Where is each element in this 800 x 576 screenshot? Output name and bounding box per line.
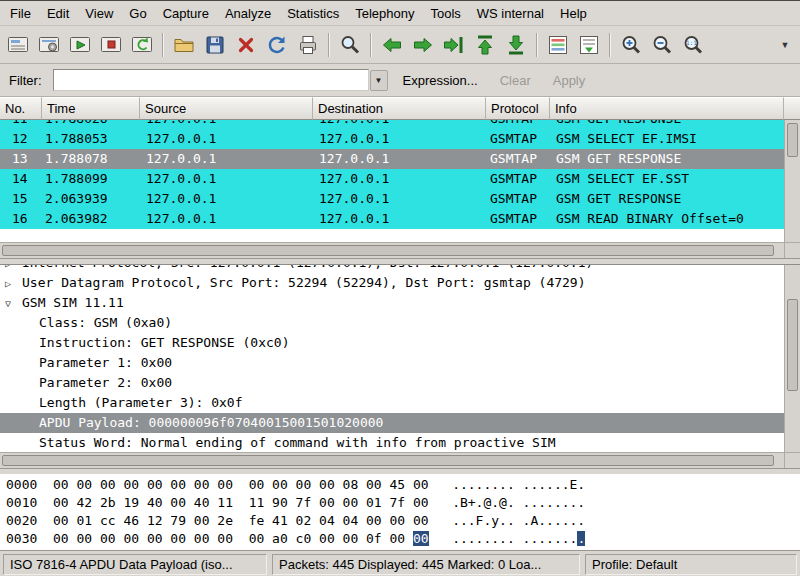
hex-row-0020[interactable]: 0020 00 01 cc 46 12 79 00 2e fe 41 02 04… (6, 512, 794, 530)
details-vscroll-thumb[interactable] (787, 299, 798, 391)
menu-ws-internal[interactable]: WS internal (469, 2, 552, 25)
zoom-out-button[interactable] (647, 30, 677, 60)
go-forward-button[interactable] (408, 30, 438, 60)
cell-destination: 127.0.0.1 (313, 209, 486, 229)
collapsed-expander-icon[interactable]: ▷ (5, 274, 22, 294)
menu-statistics[interactable]: Statistics (279, 2, 347, 25)
hex-ascii: ........ ....... (429, 531, 578, 546)
apply-button[interactable]: Apply (546, 70, 593, 91)
go-to-bottom-button[interactable] (501, 30, 531, 60)
zoom-100-button[interactable]: 1:1 (678, 30, 708, 60)
save-file-icon (203, 33, 227, 57)
find-packet-button[interactable] (335, 30, 365, 60)
packet-row-13-selected[interactable]: 131.788078127.0.0.1127.0.0.1GSMTAPGSM GE… (0, 149, 784, 169)
toolbar-overflow-icon: ▼ (781, 40, 790, 50)
detail-line-apdu-payload-selected[interactable]: APDU Payload: 000000096f0704001500150102… (0, 413, 784, 433)
save-file-button[interactable] (200, 30, 230, 60)
go-to-top-button[interactable] (470, 30, 500, 60)
filter-label-button[interactable]: Filter: (6, 71, 45, 90)
column-header-destination[interactable]: Destination (313, 97, 486, 120)
packet-list-hscrollbar[interactable] (0, 242, 784, 258)
packet-list-vscroll-thumb[interactable] (787, 123, 798, 157)
detail-line-status-word[interactable]: Status Word: Normal ending of command wi… (0, 433, 784, 452)
menu-capture[interactable]: Capture (155, 2, 217, 25)
cell-protocol: GSMTAP (486, 129, 550, 149)
auto-scroll-icon (577, 33, 601, 57)
hex-row-0010[interactable]: 0010 00 42 2b 19 40 00 40 11 11 90 7f 00… (6, 494, 794, 512)
list-interfaces-button[interactable] (3, 30, 33, 60)
details-vscrollbar[interactable] (784, 265, 800, 452)
menu-view[interactable]: View (77, 2, 121, 25)
detail-line-length[interactable]: Length (Parameter 3): 0x0f (0, 393, 784, 413)
capture-options-button[interactable] (34, 30, 64, 60)
wireshark-window: File Edit View Go Capture Analyze Statis… (0, 0, 800, 576)
column-header-source[interactable]: Source (140, 97, 313, 120)
reload-button[interactable] (262, 30, 292, 60)
detail-text: GSM SIM 11.11 (22, 295, 124, 310)
detail-line-gsm-sim[interactable]: ▽GSM SIM 11.11 (0, 293, 784, 313)
menu-go[interactable]: Go (121, 2, 154, 25)
column-header-protocol[interactable]: Protocol (486, 97, 550, 120)
hex-row-0000[interactable]: 0000 00 00 00 00 00 00 00 00 00 00 00 00… (6, 476, 794, 494)
open-file-button[interactable] (169, 30, 199, 60)
hex-offset: 0020 (6, 513, 37, 528)
packet-row-12[interactable]: 121.788053127.0.0.1127.0.0.1GSMTAPGSM SE… (0, 129, 784, 149)
menu-analyze[interactable]: Analyze (217, 2, 279, 25)
cell-source: 127.0.0.1 (140, 149, 313, 169)
clear-button[interactable]: Clear (493, 70, 538, 91)
filter-dropdown-icon[interactable]: ▼ (370, 70, 388, 91)
capture-stop-button[interactable] (96, 30, 126, 60)
expanded-expander-icon[interactable]: ▽ (5, 294, 22, 314)
detail-line-ip[interactable]: ▷Internet Protocol, Src: 127.0.0.1 (127.… (0, 265, 784, 273)
go-back-button[interactable] (377, 30, 407, 60)
cell-info: GSM GET RESPONSE (550, 189, 784, 209)
packet-row-14[interactable]: 141.788099127.0.0.1127.0.0.1GSMTAPGSM SE… (0, 169, 784, 189)
detail-line-class[interactable]: Class: GSM (0xa0) (0, 313, 784, 333)
menu-tools[interactable]: Tools (422, 2, 468, 25)
menu-help[interactable]: Help (552, 2, 595, 25)
detail-line-udp[interactable]: ▷User Datagram Protocol, Src Port: 52294… (0, 273, 784, 293)
packet-bytes-pane: 0000 00 00 00 00 00 00 00 00 00 00 00 00… (0, 474, 800, 551)
close-file-button[interactable] (231, 30, 261, 60)
packet-row-11[interactable]: 111.788026127.0.0.1127.0.0.1GSMTAPGSM GE… (0, 120, 784, 129)
auto-scroll-button[interactable] (574, 30, 604, 60)
status-packet-counts: Packets: 445 Displayed: 445 Marked: 0 Lo… (272, 554, 580, 575)
status-profile[interactable]: Profile: Default (585, 554, 797, 575)
cell-time: 2.063939 (42, 189, 140, 209)
zoom-out-icon (650, 33, 674, 57)
print-button[interactable] (293, 30, 323, 60)
cell-info: GSM READ BINARY Offset=0 (550, 209, 784, 229)
capture-start-button[interactable] (65, 30, 95, 60)
zoom-100-icon: 1:1 (681, 33, 705, 57)
expression-button[interactable]: Expression... (396, 70, 485, 91)
go-to-packet-icon (442, 33, 466, 57)
capture-start-icon (68, 33, 92, 57)
toolbar-overflow-button[interactable]: ▼ (773, 30, 797, 60)
go-to-packet-button[interactable] (439, 30, 469, 60)
detail-line-parameter-2[interactable]: Parameter 2: 0x00 (0, 373, 784, 393)
packet-list-vscrollbar[interactable] (784, 120, 800, 242)
details-hscroll-thumb[interactable] (2, 455, 774, 466)
detail-text: Parameter 2: 0x00 (39, 375, 172, 390)
menu-file[interactable]: File (2, 2, 39, 25)
capture-restart-button[interactable] (127, 30, 157, 60)
packet-rows: 111.788026127.0.0.1127.0.0.1GSMTAPGSM GE… (0, 120, 784, 242)
column-header-no[interactable]: No. (0, 97, 42, 120)
hex-row-0030[interactable]: 0030 00 00 00 00 00 00 00 00 00 a0 c0 00… (6, 530, 794, 548)
menu-telephony[interactable]: Telephony (347, 2, 422, 25)
hex-bytes-selected: 00 (413, 531, 429, 546)
cell-protocol: GSMTAP (486, 149, 550, 169)
menu-edit[interactable]: Edit (39, 2, 77, 25)
filter-input[interactable] (53, 69, 369, 91)
details-hscrollbar[interactable] (0, 452, 784, 468)
packet-row-15[interactable]: 152.063939127.0.0.1127.0.0.1GSMTAPGSM GE… (0, 189, 784, 209)
packet-list-hscroll-thumb[interactable] (2, 245, 774, 256)
column-header-info[interactable]: Info (550, 97, 784, 120)
zoom-in-button[interactable] (616, 30, 646, 60)
colorize-button[interactable] (543, 30, 573, 60)
detail-line-instruction[interactable]: Instruction: GET RESPONSE (0xc0) (0, 333, 784, 353)
packet-list-header: No. Time Source Destination Protocol Inf… (0, 97, 800, 120)
detail-line-parameter-1[interactable]: Parameter 1: 0x00 (0, 353, 784, 373)
column-header-time[interactable]: Time (42, 97, 140, 120)
packet-row-16[interactable]: 162.063982127.0.0.1127.0.0.1GSMTAPGSM RE… (0, 209, 784, 229)
